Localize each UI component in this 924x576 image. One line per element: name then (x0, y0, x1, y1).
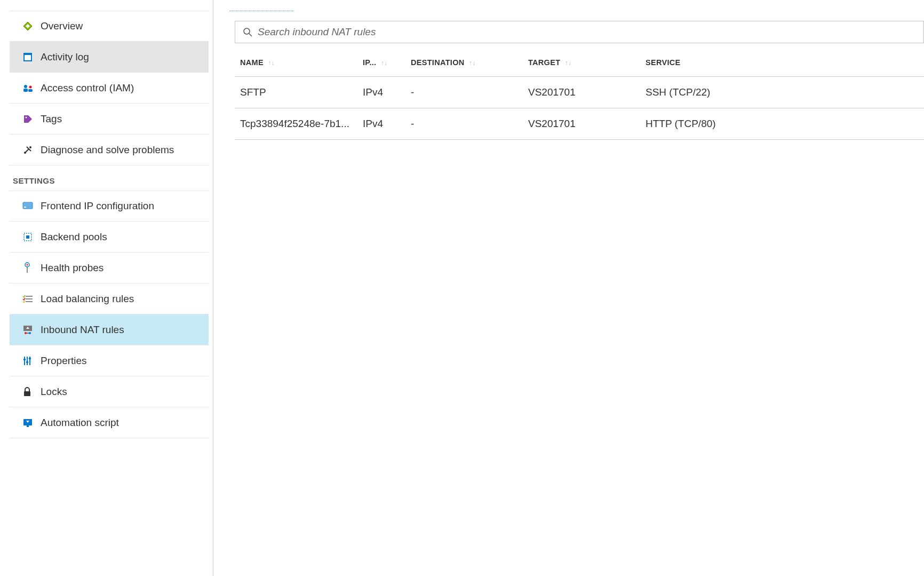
sidebar-item-label: Automation script (41, 417, 196, 429)
overview-icon (22, 21, 41, 31)
search-input[interactable] (258, 26, 916, 38)
cell-target: VS201701 (523, 77, 640, 108)
inbound-nat-icon (22, 325, 41, 335)
col-header-label: TARGET (528, 58, 560, 67)
frontend-ip-icon (22, 202, 41, 210)
cell-dest: - (405, 77, 523, 108)
svg-marker-9 (24, 115, 32, 123)
svg-rect-16 (26, 235, 29, 239)
col-header-name[interactable]: NAME ↑↓ (235, 49, 357, 77)
lb-rules-icon (22, 294, 41, 304)
svg-point-7 (29, 85, 32, 88)
automation-script-icon (22, 418, 41, 428)
svg-rect-14 (24, 207, 26, 208)
svg-point-10 (26, 116, 27, 118)
svg-point-5 (24, 85, 27, 88)
backend-pools-icon (22, 232, 41, 242)
activity-log-icon (22, 52, 41, 62)
sidebar-item-access-control[interactable]: Access control (IAM) (10, 73, 209, 104)
svg-rect-37 (27, 425, 29, 427)
tools-icon (22, 145, 41, 155)
col-header-destination[interactable]: DESTINATION ↑↓ (405, 49, 523, 77)
col-header-target[interactable]: TARGET ↑↓ (523, 49, 640, 77)
tag-icon (22, 114, 41, 124)
col-header-label: SERVICE (646, 58, 681, 67)
col-header-label: IP... (363, 58, 376, 67)
sort-icon: ↑↓ (469, 59, 476, 67)
sidebar-item-inbound-nat[interactable]: Inbound NAT rules (10, 314, 209, 345)
cell-target: VS201701 (523, 108, 640, 140)
svg-point-26 (29, 332, 31, 334)
cell-name: Tcp33894f25248e-7b1... (235, 108, 357, 140)
sidebar-item-label: Diagnose and solve problems (41, 144, 196, 156)
sidebar-item-label: Load balancing rules (41, 293, 196, 305)
table-row[interactable]: Tcp33894f25248e-7b1... IPv4 - VS201701 H… (235, 108, 924, 140)
sidebar-item-properties[interactable]: Properties (10, 345, 209, 376)
lock-icon (22, 386, 41, 397)
sidebar-item-backend-pools[interactable]: Backend pools (10, 222, 209, 253)
search-icon (243, 27, 252, 37)
people-icon (22, 83, 41, 93)
sidebar-item-label: Inbound NAT rules (41, 324, 196, 336)
health-probes-icon (22, 262, 41, 274)
col-header-service[interactable]: SERVICE (640, 49, 924, 77)
svg-rect-34 (24, 391, 30, 396)
sort-icon: ↑↓ (381, 59, 388, 67)
search-box[interactable] (235, 21, 924, 43)
nat-rules-table: NAME ↑↓ IP... ↑↓ DESTINATION ↑↓ TARGET ↑… (235, 49, 924, 140)
sidebar-item-label: Backend pools (41, 231, 196, 243)
sidebar-item-frontend-ip[interactable]: Frontend IP configuration (10, 191, 209, 222)
svg-line-39 (249, 34, 252, 36)
sidebar-item-lb-rules[interactable]: Load balancing rules (10, 283, 209, 314)
sidebar-item-overview[interactable]: Overview (10, 11, 209, 42)
sidebar-item-automation[interactable]: Automation script (10, 407, 209, 438)
cell-dest: - (405, 108, 523, 140)
settings-section-header: SETTINGS (0, 165, 209, 191)
svg-point-38 (244, 28, 250, 34)
table-header-row: NAME ↑↓ IP... ↑↓ DESTINATION ↑↓ TARGET ↑… (235, 49, 924, 77)
sidebar-item-label: Access control (IAM) (41, 82, 196, 94)
svg-rect-13 (23, 202, 33, 209)
col-header-label: DESTINATION (411, 58, 465, 67)
svg-rect-8 (28, 89, 33, 92)
sidebar-item-label: Activity log (41, 51, 196, 63)
svg-point-18 (27, 264, 28, 265)
col-header-label: NAME (240, 58, 264, 67)
sidebar-item-label: Locks (41, 386, 196, 398)
sidebar-item-locks[interactable]: Locks (10, 376, 209, 407)
svg-rect-33 (29, 358, 31, 359)
top-divider (229, 11, 293, 11)
sidebar-item-diagnose[interactable]: Diagnose and solve problems (10, 135, 209, 165)
col-header-ip[interactable]: IP... ↑↓ (357, 49, 405, 77)
sidebar-item-label: Overview (41, 20, 196, 32)
table-row[interactable]: SFTP IPv4 - VS201701 SSH (TCP/22) (235, 77, 924, 108)
sidebar-item-label: Health probes (41, 262, 196, 274)
svg-point-25 (25, 332, 27, 334)
cell-service: SSH (TCP/22) (640, 77, 924, 108)
properties-icon (22, 356, 41, 366)
sort-icon: ↑↓ (565, 59, 572, 67)
cell-name: SFTP (235, 77, 357, 108)
sidebar-item-label: Properties (41, 355, 196, 367)
svg-point-12 (29, 146, 31, 148)
sidebar-item-activity-log[interactable]: Activity log (10, 42, 209, 73)
sidebar-item-tags[interactable]: Tags (10, 104, 209, 135)
sidebar-item-label: Tags (41, 113, 196, 125)
cell-ip: IPv4 (357, 77, 405, 108)
sidebar-item-label: Frontend IP configuration (41, 200, 196, 212)
svg-rect-6 (23, 89, 28, 92)
sort-icon: ↑↓ (268, 59, 275, 67)
svg-rect-32 (26, 361, 28, 363)
cell-ip: IPv4 (357, 108, 405, 140)
sidebar-item-health-probes[interactable]: Health probes (10, 253, 209, 283)
svg-rect-31 (23, 359, 26, 360)
svg-rect-4 (23, 53, 32, 55)
main-content: NAME ↑↓ IP... ↑↓ DESTINATION ↑↓ TARGET ↑… (213, 0, 924, 576)
cell-service: HTTP (TCP/80) (640, 108, 924, 140)
sidebar: Overview Activity log Access control (IA… (0, 0, 213, 576)
svg-point-11 (24, 152, 26, 154)
